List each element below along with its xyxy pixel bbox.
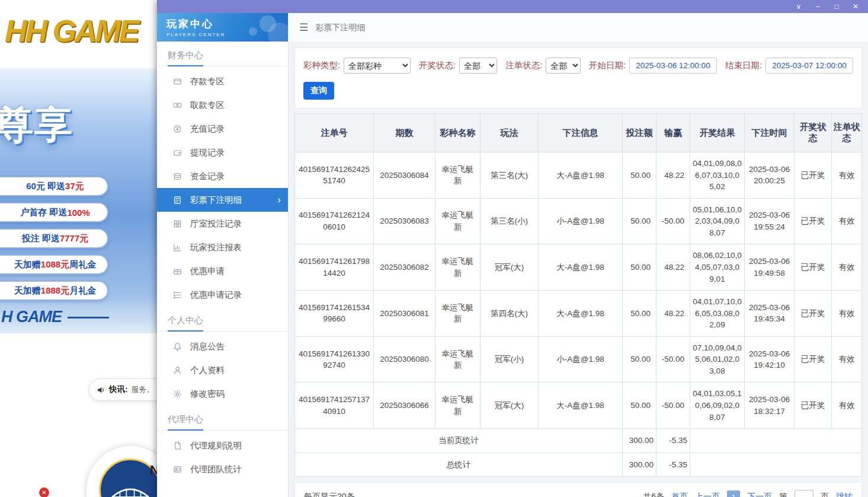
sidebar-item-label: 存款专区 (190, 76, 225, 87)
column-header: 输赢 (656, 114, 690, 152)
cell-lottery: 幸运飞艇新 (435, 244, 481, 291)
sidebar-item-label: 提现记录 (190, 147, 225, 158)
prev-page-link[interactable]: 上一页 (695, 492, 720, 497)
sidebar-item-withdraw[interactable]: 取款专区 (157, 93, 288, 117)
cell-amount: 50.00 (623, 198, 656, 244)
pill-text: 1888元 (41, 285, 69, 297)
total-count: 共6条 (643, 492, 664, 497)
cell-lottery: 幸运飞艇新 (435, 152, 481, 199)
column-header: 下注信息 (539, 114, 623, 152)
sidebar-item-agent-rules[interactable]: 代理规则说明 (157, 434, 288, 457)
promo-pill: 户首存 即送100% (0, 202, 108, 222)
cell-result: 04,01,07,10,06,05,03,08,02,09 (690, 291, 745, 337)
pill-text: 7777元 (60, 233, 88, 244)
jump-label-pre: 第 (779, 492, 787, 497)
sidebar-item-deposit[interactable]: 存款专区 (157, 69, 288, 93)
chevron-down-icon[interactable]: ∨ (795, 3, 803, 10)
sidebar-item-label: 资金记录 (190, 171, 225, 182)
close-icon[interactable]: ✕ (851, 3, 860, 10)
sidebar-item-lottery-detail[interactable]: 彩票下注明细 (157, 188, 288, 212)
sidebar-item-recharge[interactable]: 充值记录 (157, 117, 288, 141)
sidebar-item-funds[interactable]: 资金记录 (157, 164, 288, 188)
minimize-icon[interactable]: − (813, 3, 822, 10)
start-date-input[interactable] (629, 58, 717, 74)
sidebar-item-cashout[interactable]: 提现记录 (157, 141, 288, 164)
sidebar-item-profile[interactable]: 个人资料 (157, 358, 288, 382)
lottery-type-label: 彩种类型: (303, 60, 340, 71)
cell-time: 2025-03-06 19:42:10 (745, 336, 795, 383)
cell-bet_status: 有效 (832, 291, 862, 337)
current-page[interactable]: 1 (727, 490, 740, 497)
cell-period: 20250306082 (374, 244, 435, 291)
withdraw-icon (172, 100, 182, 110)
sidebar-item-bet-report[interactable]: 玩家投注报表 (157, 235, 288, 259)
search-button[interactable]: 查询 (303, 82, 334, 100)
cell-bet_status: 有效 (832, 383, 862, 429)
filter-panel: 彩种类型: 全部彩种 开奖状态: 全部 注单状态: 全部 开始日期: 结束日期:… (294, 47, 862, 109)
summary-amount: 300.00 (623, 453, 656, 477)
bet-report-icon (172, 243, 182, 252)
content: 彩种类型: 全部彩种 开奖状态: 全部 注单状态: 全部 开始日期: 结束日期:… (289, 43, 868, 497)
column-header: 期数 (374, 114, 435, 152)
table-row: 40156917412615349966020250306081幸运飞艇新第四名… (295, 291, 862, 337)
start-date-label: 开始日期: (589, 60, 626, 71)
next-page-link[interactable]: 下一页 (747, 492, 772, 497)
cell-bet_no: 401569174126242551740 (295, 152, 374, 199)
site-logo: HH GAME (5, 13, 138, 49)
promo-icon (172, 266, 182, 276)
pagination-controls: 共6条 首页 上一页 1 下一页 第 页 跳转 (643, 490, 853, 497)
cell-time: 2025-03-06 19:55:24 (745, 198, 795, 244)
cell-winloss: 48.22 (656, 244, 690, 291)
cell-bet_status: 有效 (832, 336, 862, 383)
lottery-type-select[interactable]: 全部彩种 (344, 58, 411, 74)
sidebar: 玩家中心 PLAYERS CENTER 财务中心存款专区取款专区充值记录提现记录… (157, 13, 289, 497)
draw-status-label: 开奖状态: (419, 60, 456, 71)
sidebar-item-label: 优惠申请记录 (190, 289, 242, 301)
cell-period: 20250306080 (374, 336, 435, 383)
ticker-label: 快讯: (109, 384, 128, 395)
recharge-icon (172, 124, 182, 133)
cell-bet_no: 401569174126153499660 (295, 291, 374, 337)
cell-play: 第四名(大) (481, 291, 539, 337)
cell-bet_info: 大-A盘@1.98 (539, 291, 623, 337)
promo-pill: 投注 即送7777元 (0, 228, 108, 249)
cell-play: 冠军(小) (481, 336, 539, 383)
window-titlebar: ∨−□✕ (157, 0, 868, 13)
cell-lottery: 幸运飞艇新 (435, 291, 481, 337)
maximize-icon[interactable]: □ (832, 3, 841, 10)
sidebar-menu: 财务中心存款专区取款专区充值记录提现记录资金记录彩票下注明细厅室投注记录玩家投注… (157, 42, 288, 497)
cell-draw_status: 已开奖 (795, 291, 832, 337)
message-icon (172, 342, 182, 351)
sidebar-item-agent-team[interactable]: 代理团队统计 (157, 457, 288, 481)
lottery-detail-icon (172, 195, 182, 205)
draw-status-select[interactable]: 全部 (459, 58, 497, 74)
sidebar-item-promo[interactable]: 优惠申请 (157, 259, 288, 283)
sidebar-item-label: 代理规则说明 (190, 440, 242, 451)
summary-row: 当前页统计300.00-5.35 (295, 429, 862, 453)
menu-icon[interactable]: ☰ (299, 21, 308, 34)
cashout-icon (172, 148, 182, 157)
sidebar-item-message[interactable]: 消息公告 (157, 334, 288, 358)
bet-table-card: 注单号期数彩种名称玩法下注信息投注额输赢开奖结果下注时间开奖状态注单状态 401… (294, 113, 862, 477)
table-row: 40156917412621240601020250306083幸运飞艇新第三名… (295, 198, 862, 244)
sidebar-item-label: 消息公告 (190, 341, 225, 352)
cell-time: 2025-03-06 19:45:34 (745, 291, 795, 337)
cell-bet_status: 有效 (832, 152, 862, 199)
section-title: 代理中心 (157, 406, 288, 431)
end-date-input[interactable] (765, 58, 853, 74)
sidebar-header: 玩家中心 PLAYERS CENTER (157, 13, 288, 42)
agent-team-icon (172, 464, 182, 474)
sidebar-item-promo-record[interactable]: 优惠申请记录 (157, 283, 288, 307)
sidebar-subtitle: PLAYERS CENTER (166, 32, 288, 37)
pill-text: 户首存 即送 (20, 207, 67, 218)
first-page-link[interactable]: 首页 (671, 492, 688, 497)
sidebar-item-hall-record[interactable]: 厅室投注记录 (157, 212, 288, 235)
jump-button[interactable]: 跳转 (836, 492, 853, 497)
agent-rules-icon (172, 441, 182, 450)
bet-status-select[interactable]: 全部 (546, 58, 581, 74)
close-badge-icon[interactable]: ✕ (39, 488, 49, 497)
sidebar-item-password[interactable]: 修改密码 (157, 382, 288, 406)
cell-amount: 50.00 (623, 152, 656, 199)
page-jump-input[interactable] (795, 490, 813, 497)
promo-sublogo: H GAME (1, 308, 109, 326)
